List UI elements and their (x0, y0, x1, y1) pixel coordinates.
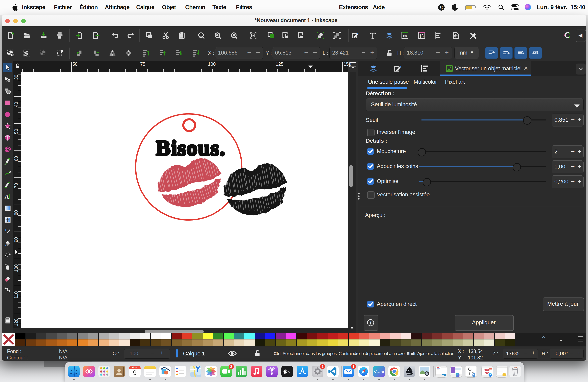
svg-text:i: i (370, 320, 371, 325)
svg-text:Bisous.: Bisous. (156, 136, 226, 160)
svg-text:tv: tv (288, 370, 290, 374)
svg-text:C: C (440, 5, 443, 10)
